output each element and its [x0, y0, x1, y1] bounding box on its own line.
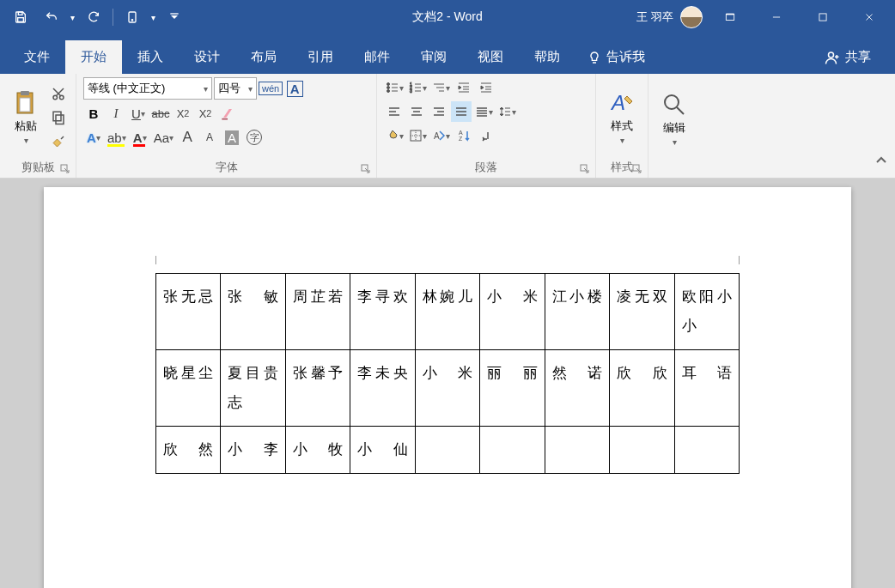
table-cell[interactable]: 小李: [221, 427, 285, 474]
shrink-font-button[interactable]: A: [199, 127, 220, 148]
phonetic-guide-button[interactable]: wén: [259, 78, 283, 99]
edit-button[interactable]: 编辑 ▾: [655, 77, 693, 160]
bullets-button[interactable]: ▾: [384, 77, 405, 98]
table-cell[interactable]: 欣欣: [610, 350, 674, 427]
table-cell[interactable]: 然诺: [545, 350, 609, 427]
font-launcher[interactable]: [361, 162, 373, 174]
char-shading-button[interactable]: A: [222, 127, 242, 148]
tab-references[interactable]: 引用: [292, 40, 349, 74]
tell-me-button[interactable]: 告诉我: [575, 40, 657, 74]
subscript-button[interactable]: X2: [173, 103, 193, 124]
tab-help[interactable]: 帮助: [519, 40, 575, 74]
multilevel-list-button[interactable]: ▾: [430, 77, 452, 98]
table-cell[interactable]: 夏目贵志: [221, 350, 285, 427]
paste-dropdown[interactable]: ▾: [24, 136, 28, 145]
tab-layout[interactable]: 布局: [235, 40, 292, 74]
styles-dropdown[interactable]: ▾: [620, 136, 624, 145]
qat-customize-button[interactable]: [162, 5, 186, 29]
enclose-char-button[interactable]: 字: [244, 127, 265, 148]
align-right-button[interactable]: [429, 101, 449, 122]
share-button[interactable]: 共享: [809, 40, 886, 74]
table-cell[interactable]: 晓星尘: [156, 350, 221, 427]
align-justify-button[interactable]: [451, 101, 472, 122]
tab-review[interactable]: 审阅: [405, 40, 462, 74]
table-cell[interactable]: 李未央: [350, 350, 415, 427]
format-painter-button[interactable]: [48, 131, 69, 152]
table-cell[interactable]: 凌无双: [610, 274, 674, 350]
minimize-button[interactable]: [758, 3, 795, 31]
font-size-select[interactable]: 四号▾: [214, 77, 257, 100]
table-cell[interactable]: [415, 427, 479, 474]
underline-button[interactable]: U▾: [128, 103, 149, 124]
table-cell[interactable]: [674, 427, 740, 474]
grow-font-button[interactable]: A: [177, 127, 198, 148]
shading-button[interactable]: ▾: [384, 125, 405, 146]
document-canvas[interactable]: 张无忌张敏周芷若李寻欢林婉儿小米江小楼凌无双欧阳小小晓星尘夏目贵志张馨予李未央小…: [0, 179, 895, 588]
edit-dropdown[interactable]: ▾: [673, 137, 677, 147]
tab-mail[interactable]: 邮件: [349, 40, 405, 74]
table-cell[interactable]: 张敏: [221, 274, 285, 350]
tab-design[interactable]: 设计: [179, 40, 235, 74]
table-cell[interactable]: 欣然: [156, 427, 221, 474]
table-cell[interactable]: 张馨予: [285, 350, 350, 427]
table-cell[interactable]: 周芷若: [285, 274, 350, 350]
user-account[interactable]: 王 羽卒: [636, 6, 703, 28]
numbering-button[interactable]: 123▾: [407, 77, 429, 98]
paste-button[interactable]: 粘贴 ▾: [7, 77, 45, 157]
table-cell[interactable]: 欧阳小小: [674, 274, 740, 350]
font-color-button[interactable]: A▾: [130, 127, 150, 148]
char-border-button[interactable]: A: [284, 78, 305, 99]
table-cell[interactable]: 小米: [415, 350, 479, 427]
increase-indent-button[interactable]: [476, 77, 496, 98]
decrease-indent-button[interactable]: [454, 77, 474, 98]
copy-button[interactable]: [48, 107, 69, 128]
highlight-button[interactable]: ab▾: [106, 127, 128, 148]
change-case-button[interactable]: Aa▾: [152, 127, 175, 148]
align-center-button[interactable]: [406, 101, 427, 122]
close-button[interactable]: [850, 3, 888, 31]
borders-button[interactable]: ▾: [407, 125, 429, 146]
collapse-ribbon-button[interactable]: [874, 154, 888, 171]
table-cell[interactable]: 林婉儿: [415, 274, 479, 350]
font-name-select[interactable]: 等线 (中文正文)▾: [83, 77, 212, 100]
table-cell[interactable]: 江小楼: [545, 274, 609, 350]
line-spacing-button[interactable]: ▾: [496, 101, 518, 122]
distributed-button[interactable]: ▾: [473, 101, 495, 122]
sort-button[interactable]: AZ: [454, 125, 474, 146]
tab-home[interactable]: 开始: [65, 40, 122, 74]
table-cell[interactable]: 耳语: [674, 350, 740, 427]
asian-layout-button[interactable]: A▾: [430, 125, 452, 146]
maximize-button[interactable]: [804, 3, 842, 31]
styles-button[interactable]: A 样式 ▾: [603, 77, 641, 157]
clipboard-launcher[interactable]: [60, 162, 72, 174]
table-cell[interactable]: 小米: [480, 274, 545, 350]
strikethrough-button[interactable]: abc: [150, 103, 171, 124]
tab-view[interactable]: 视图: [462, 40, 519, 74]
table-cell[interactable]: [480, 427, 545, 474]
table-cell[interactable]: 李寻欢: [350, 274, 415, 350]
undo-dropdown[interactable]: ▾: [70, 13, 75, 22]
tab-insert[interactable]: 插入: [122, 40, 179, 74]
styles-launcher[interactable]: [632, 162, 644, 174]
redo-button[interactable]: [82, 5, 106, 29]
para-launcher[interactable]: [580, 162, 592, 174]
table-cell[interactable]: 丽丽: [480, 350, 545, 427]
tab-file[interactable]: 文件: [9, 40, 65, 74]
text-effects-button[interactable]: A▾: [83, 127, 104, 148]
cut-button[interactable]: [48, 83, 69, 104]
bold-button[interactable]: B: [83, 103, 104, 124]
clear-formatting-button[interactable]: [217, 103, 238, 124]
undo-button[interactable]: [40, 5, 64, 29]
save-button[interactable]: [9, 5, 33, 29]
ribbon-display-button[interactable]: [711, 3, 749, 31]
touch-dropdown[interactable]: ▾: [151, 13, 155, 22]
table-cell[interactable]: 小牧: [285, 427, 350, 474]
superscript-button[interactable]: X2: [195, 103, 216, 124]
show-marks-button[interactable]: [476, 125, 496, 146]
table-cell[interactable]: 小仙: [350, 427, 415, 474]
align-left-button[interactable]: [384, 101, 405, 122]
table-cell[interactable]: [610, 427, 674, 474]
touch-mode-button[interactable]: [120, 5, 144, 29]
table-cell[interactable]: [545, 427, 609, 474]
table-cell[interactable]: 张无忌: [156, 274, 221, 350]
